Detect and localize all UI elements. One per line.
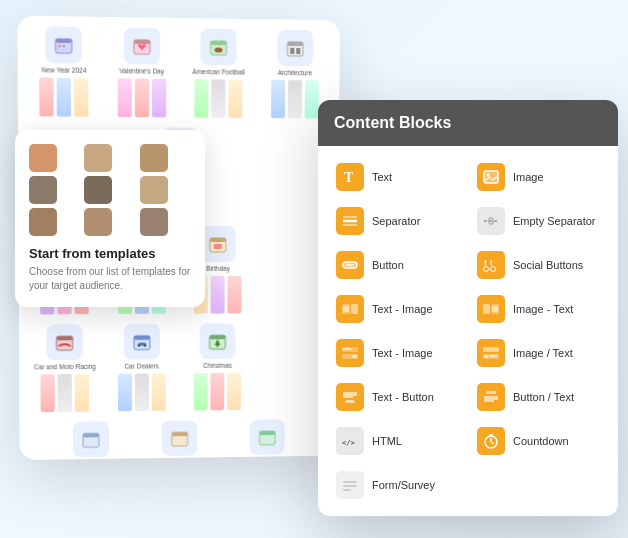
- thumbs-christmas: [183, 373, 253, 411]
- thumb: [227, 373, 241, 410]
- block-icon-empty-separator: [477, 207, 505, 235]
- cat-valentines[interactable]: Valentine's Day: [106, 27, 177, 117]
- svg-rect-80: [345, 400, 355, 403]
- block-label-html: HTML: [372, 435, 402, 447]
- cat-label-christmas: Christmas: [183, 362, 253, 369]
- block-icon-text-image-2: [336, 339, 364, 367]
- svg-rect-7: [211, 41, 227, 45]
- panel-header: Content Blocks: [318, 100, 618, 146]
- svg-rect-73: [483, 347, 499, 352]
- block-html[interactable]: </> HTML: [328, 420, 467, 462]
- svg-rect-76: [484, 355, 488, 358]
- block-icon-button-text: [477, 383, 505, 411]
- block-form[interactable]: Form/Survey: [328, 464, 608, 506]
- block-icon-text: T: [336, 163, 364, 191]
- thumbs-new-year: [28, 77, 100, 116]
- cat-icon-car-dealers: [124, 324, 160, 360]
- thumb: [39, 77, 53, 116]
- svg-point-32: [144, 345, 146, 347]
- thumb: [135, 373, 149, 411]
- category-row-4: Car and Moto Racing Car Dealers: [29, 323, 328, 412]
- block-icon-countdown: [477, 427, 505, 455]
- cat-football[interactable]: American Football: [183, 28, 254, 118]
- svg-rect-92: [343, 489, 351, 491]
- block-icon-html: </>: [336, 427, 364, 455]
- block-label-social: Social Buttons: [513, 259, 583, 271]
- thumb: [211, 276, 225, 314]
- block-label-text-image-2: Text - Image: [372, 347, 433, 359]
- block-label-image-text: Image - Text: [513, 303, 573, 315]
- tooltip-description: Choose from our list of templates for yo…: [29, 265, 191, 293]
- thumb: [152, 373, 166, 411]
- cat-label-valentines: Valentine's Day: [106, 67, 177, 75]
- block-text-image-1[interactable]: Text - Image: [328, 288, 467, 330]
- block-label-text-image-1: Text - Image: [372, 303, 433, 315]
- cat-icon-more1[interactable]: [73, 421, 109, 457]
- block-separator[interactable]: Separator: [328, 200, 467, 242]
- svg-rect-81: [486, 391, 496, 394]
- block-text[interactable]: T Text: [328, 156, 467, 198]
- block-image[interactable]: Image: [469, 156, 608, 198]
- thumb: [211, 373, 225, 411]
- panel-body: T Text Image Separator Empty Separator: [318, 146, 618, 516]
- thumb: [57, 78, 71, 117]
- thumb: [194, 373, 208, 411]
- thumbs-valentines: [106, 78, 177, 117]
- svg-rect-28: [57, 336, 73, 340]
- svg-rect-10: [287, 42, 303, 46]
- tooltip-color-5: [84, 176, 112, 204]
- svg-rect-30: [134, 336, 150, 340]
- panel-title: Content Blocks: [334, 114, 451, 131]
- block-icon-image-text: [477, 295, 505, 323]
- svg-point-46: [487, 174, 490, 177]
- block-icon-social: f t: [477, 251, 505, 279]
- tooltip-color-8: [84, 208, 112, 236]
- cat-christmas[interactable]: Christmas: [183, 323, 253, 410]
- cat-label-architecture: Architecture: [260, 69, 330, 77]
- thumb: [195, 79, 209, 118]
- thumb: [271, 80, 285, 118]
- cat-icon-more3[interactable]: [249, 419, 284, 455]
- tooltip-color-3: [140, 144, 168, 172]
- thumb: [41, 374, 55, 412]
- block-button-text[interactable]: Button / Text: [469, 376, 608, 418]
- templates-tooltip: Start from templates Choose from our lis…: [15, 130, 205, 307]
- cat-new-year[interactable]: New Year 2024: [28, 26, 100, 117]
- svg-text:T: T: [344, 170, 354, 185]
- block-button[interactable]: Button: [328, 244, 467, 286]
- cat-label-car-dealers: Car Dealers: [106, 362, 176, 370]
- svg-rect-38: [83, 433, 99, 437]
- tooltip-color-2: [84, 144, 112, 172]
- block-image-text[interactable]: Image - Text: [469, 288, 608, 330]
- cat-icon-more2[interactable]: [162, 420, 198, 456]
- block-icon-text-button: [336, 383, 364, 411]
- svg-point-31: [138, 345, 140, 347]
- cat-racing[interactable]: Car and Moto Racing: [29, 324, 100, 412]
- block-image-text-2[interactable]: Image / Text: [469, 332, 608, 374]
- svg-text:</>: </>: [342, 439, 355, 447]
- cat-car-dealers[interactable]: Car Dealers: [106, 324, 176, 412]
- block-empty-separator[interactable]: Empty Separator: [469, 200, 608, 242]
- content-blocks-panel: Content Blocks T Text Image Separator: [318, 100, 618, 516]
- svg-text:f: f: [484, 258, 487, 267]
- tooltip-color-grid: [29, 144, 191, 236]
- svg-rect-5: [134, 40, 150, 44]
- svg-rect-36: [217, 345, 219, 347]
- svg-rect-11: [290, 48, 294, 54]
- svg-rect-64: [483, 304, 490, 314]
- block-countdown[interactable]: Countdown: [469, 420, 608, 462]
- tooltip-color-4: [29, 176, 57, 204]
- category-row-1: New Year 2024 Valentine's Day: [28, 26, 330, 119]
- svg-rect-40: [172, 432, 188, 436]
- block-label-countdown: Countdown: [513, 435, 569, 447]
- block-text-image-2[interactable]: Text - Image: [328, 332, 467, 374]
- tooltip-color-6: [140, 176, 168, 204]
- block-icon-button: [336, 251, 364, 279]
- svg-rect-1: [56, 39, 72, 43]
- cat-icon-new-year: [45, 26, 82, 63]
- thumb: [152, 79, 166, 118]
- block-social[interactable]: f t Social Buttons: [469, 244, 608, 286]
- thumbs-car-dealers: [106, 373, 176, 411]
- block-text-button[interactable]: Text - Button: [328, 376, 467, 418]
- cat-icon-birthday: [200, 226, 236, 262]
